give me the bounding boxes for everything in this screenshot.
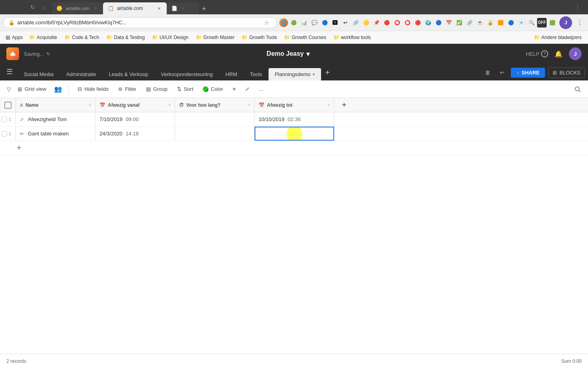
tab-planningsdemo[interactable]: Planningsdemo ▾ <box>269 68 321 80</box>
ext-icon-14[interactable]: 🔴 <box>413 18 423 27</box>
home-button[interactable]: ⌂ <box>39 2 50 13</box>
cell-edit-icon-2[interactable]: ✏ <box>20 131 24 137</box>
ext-icon-10[interactable]: 📌 <box>372 18 381 27</box>
col-header-afwezig-vanaf[interactable]: 📅 Afwezig vanaf + <box>95 98 175 112</box>
address-bar[interactable]: 🔒 airtable.com/tbl5YpLVyR8zBMbH0/viwKlq7… <box>3 17 277 28</box>
tab-leads-verkoop[interactable]: Leads & Verkoop <box>103 68 155 80</box>
tab-close2-icon[interactable]: ✕ <box>181 6 186 11</box>
bookmark-growth-tools[interactable]: 📁 Growth Tools <box>238 33 280 41</box>
hide-fields-button[interactable]: ⊟ Hide fields <box>74 84 113 94</box>
ext-icon-25[interactable]: 🔍 <box>527 18 536 27</box>
bookmark-data-testing[interactable]: 📁 Data & Testing <box>103 33 148 41</box>
ext-icon-17[interactable]: 📅 <box>444 18 454 27</box>
ext-icon-12[interactable]: ⭕ <box>392 18 402 27</box>
tab-administratie[interactable]: Administratie <box>60 68 102 80</box>
add-tab-button[interactable]: + <box>321 66 334 79</box>
ext-icon-26[interactable]: OFF <box>537 18 547 27</box>
cell-voor-hoe-lang-2[interactable] <box>175 127 255 141</box>
filter-dropdown-icon[interactable]: ▽ <box>5 85 13 93</box>
cell-name-1[interactable]: ⤢ Afwezigheid Tom <box>16 112 95 126</box>
ext-icon-4[interactable]: 💬 <box>310 18 319 27</box>
app-logo[interactable] <box>6 47 19 60</box>
bookmark-growth-master[interactable]: 📁 Growth Master <box>193 33 238 41</box>
bookmark-andere-bladwijzers[interactable]: 📁 Andere bladwijzers <box>531 33 585 41</box>
row-checkbox-2[interactable] <box>2 131 7 137</box>
add-column-button[interactable]: + <box>334 98 354 112</box>
back-button[interactable]: ← <box>3 2 14 13</box>
row-checkbox-1[interactable] <box>2 117 7 122</box>
cell-expand-icon-1[interactable]: ⤢ <box>20 117 24 122</box>
bookmark-ui-ux[interactable]: 📁 UI/UX Design <box>149 33 192 41</box>
ext-icon-24[interactable]: 📧 <box>516 18 526 27</box>
more-actions-button[interactable]: ... <box>255 84 267 94</box>
extensions-button[interactable]: ⋮ <box>572 2 583 13</box>
menu-button[interactable]: ⋮ <box>574 18 585 28</box>
ext-icon-21[interactable]: 🔒 <box>485 18 495 27</box>
tab-tools[interactable]: Tools <box>243 68 268 80</box>
ext-icon-9[interactable]: 🟡 <box>361 18 371 27</box>
ext-icon-16[interactable]: 🔵 <box>434 18 443 27</box>
app-title-button[interactable]: Demo Jeasy ▾ <box>267 50 309 58</box>
browser-tab-active[interactable]: 📋 airtable.com ✕ <box>103 2 167 14</box>
delete-view-button[interactable]: 🗑 <box>482 67 493 78</box>
tab-close-active-icon[interactable]: ✕ <box>156 6 162 11</box>
color-button[interactable]: Color <box>199 84 227 94</box>
browser-tab-inactive2[interactable]: 📄 ✕ <box>167 2 199 14</box>
blocks-button[interactable]: ⊞ BLOCKS <box>548 67 585 78</box>
ext-icon-1[interactable]: 🌐 <box>279 18 288 27</box>
tab-verkoopondersteuning[interactable]: Verkoopondersteuning <box>155 68 219 80</box>
group-button[interactable]: ▤ Group <box>142 84 171 94</box>
ext-icon-11[interactable]: 🔴 <box>382 18 391 27</box>
collaborator-button[interactable]: 👥 <box>53 84 64 95</box>
bookmark-acquisitie[interactable]: 📁 Acquisitie <box>26 33 60 41</box>
ext-icon-27[interactable]: 🟩 <box>547 18 557 27</box>
tab-hrm[interactable]: HRM <box>219 68 244 80</box>
add-row-button[interactable]: + <box>0 141 588 155</box>
ext-icon-2[interactable]: 🟢 <box>289 18 298 27</box>
hamburger-menu[interactable]: ☰ <box>3 65 16 78</box>
ext-icon-8[interactable]: 🔗 <box>351 18 360 27</box>
ext-icon-20[interactable]: ☕ <box>475 18 485 27</box>
cell-afwezig-vanaf-2[interactable]: 24/3/2020 14:18 <box>95 127 175 141</box>
profile-button[interactable]: J <box>559 16 572 29</box>
cell-afwezig-vanaf-1[interactable]: 7/10/2019 09:00 <box>95 112 175 126</box>
browser-tab-inactive1[interactable]: 🟡 airtable.com ✕ <box>52 2 103 14</box>
ext-icon-19[interactable]: 🔗 <box>465 18 474 27</box>
sort-button[interactable]: ⇅ Sort <box>173 84 197 94</box>
ext-icon-7[interactable]: ↩ <box>341 18 350 27</box>
tab-social-media[interactable]: Social Media <box>18 68 60 80</box>
col-header-name[interactable]: A Name + <box>16 98 95 112</box>
bookmark-star-icon[interactable]: ☆ <box>261 18 272 28</box>
col-header-voor-hoe-lang[interactable]: ⏱ Voor hoe lang? + <box>175 98 255 112</box>
row-height-button[interactable]: ≡ <box>229 84 240 94</box>
search-button[interactable] <box>572 84 583 95</box>
cell-afwezig-tot-1[interactable]: 10/10/2019 02:36 <box>255 112 334 126</box>
share-button[interactable]: ↑ SHARE <box>511 68 545 78</box>
bookmark-growth-courses[interactable]: 📁 Growth Courses <box>281 33 329 41</box>
select-all-checkbox[interactable] <box>4 102 12 109</box>
new-tab-button[interactable]: + <box>199 3 210 14</box>
tab-close-icon[interactable]: ✕ <box>93 6 98 11</box>
apps-bookmarks-button[interactable]: ⊞ Apps <box>3 33 25 42</box>
ext-icon-15[interactable]: 🌍 <box>423 18 433 27</box>
history-button[interactable]: ↩ <box>496 67 508 78</box>
ext-icon-6[interactable]: 🅼 <box>330 18 340 27</box>
filter-button[interactable]: ⊜ Filter <box>114 84 140 94</box>
view-selector[interactable]: ⊞ Grid view <box>14 84 50 94</box>
ext-icon-3[interactable]: 📊 <box>299 18 309 27</box>
col-header-afwezig-tot[interactable]: 📅 Afwezig tot + <box>255 98 334 112</box>
expand-button[interactable]: ⤢ <box>241 84 253 94</box>
bookmark-code-tech[interactable]: 📁 Code & Tech <box>61 33 103 41</box>
ext-icon-13[interactable]: ⭕ <box>403 18 412 27</box>
user-avatar[interactable]: J <box>569 47 582 60</box>
ext-icon-22[interactable]: 🟧 <box>496 18 505 27</box>
notification-button[interactable]: 🔔 <box>553 48 564 59</box>
cell-name-2[interactable]: ✏ Gant table maken <box>16 127 95 141</box>
bookmark-workflow-tools[interactable]: 📁 workflow tools <box>330 33 374 41</box>
forward-button[interactable]: → <box>15 2 26 13</box>
help-button[interactable]: HELP ? <box>526 50 548 57</box>
reload-button[interactable]: ↻ <box>27 2 38 13</box>
ext-icon-5[interactable]: 🔵 <box>320 18 329 27</box>
ext-icon-23[interactable]: 🔵 <box>506 18 516 27</box>
ext-icon-18[interactable]: ✅ <box>454 18 464 27</box>
